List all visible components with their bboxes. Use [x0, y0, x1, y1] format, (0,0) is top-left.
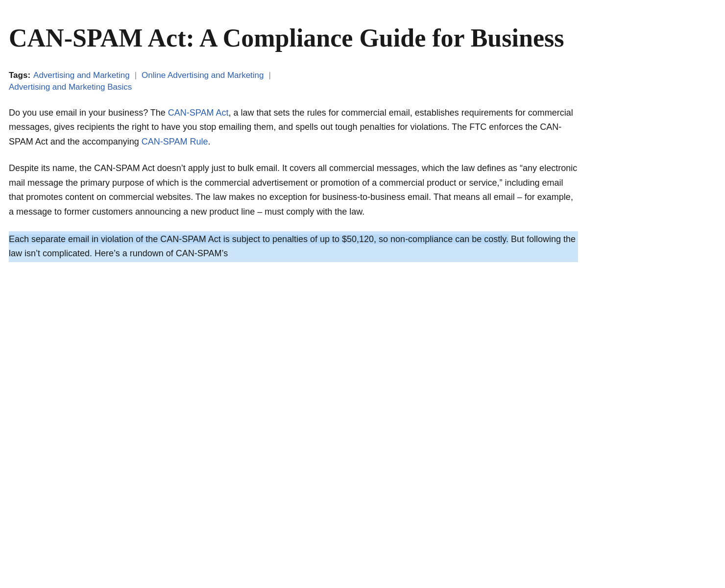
page-title: CAN-SPAM Act: A Compliance Guide for Bus… — [9, 24, 578, 53]
paragraph-1-text-before-link1: Do you use email in your business? The — [9, 108, 168, 118]
paragraph-3-highlighted: Each separate email in violation of the … — [9, 234, 508, 244]
tag-separator-1: | — [135, 71, 137, 80]
paragraph-2: Despite its name, the CAN-SPAM Act doesn… — [9, 161, 578, 220]
paragraph-1: Do you use email in your business? The C… — [9, 106, 578, 149]
tag-link-advertising-basics[interactable]: Advertising and Marketing Basics — [9, 82, 132, 92]
tag-link-advertising-marketing[interactable]: Advertising and Marketing — [33, 71, 130, 80]
tags-section: Tags: Advertising and Marketing | Online… — [9, 71, 578, 92]
tag-link-online-advertising[interactable]: Online Advertising and Marketing — [142, 71, 264, 80]
paragraph-1-text-after-link2: . — [208, 137, 211, 147]
tags-label: Tags: — [9, 71, 30, 80]
can-spam-rule-link[interactable]: CAN-SPAM Rule — [142, 137, 208, 147]
tag-separator-2: | — [269, 71, 271, 80]
can-spam-act-link[interactable]: CAN-SPAM Act — [168, 108, 229, 118]
paragraph-3: Each separate email in violation of the … — [9, 231, 578, 262]
